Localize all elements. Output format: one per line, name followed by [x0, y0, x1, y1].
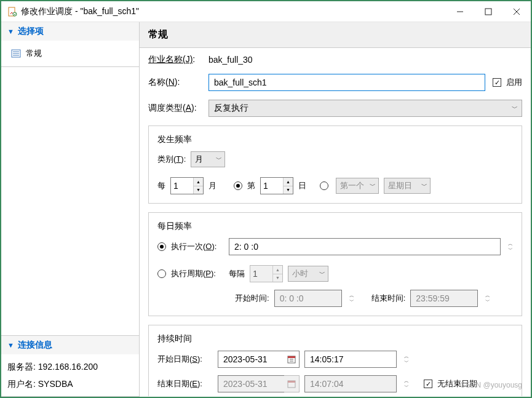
maximize-button[interactable] [474, 2, 502, 22]
chevron-down-icon: ﹀ [216, 155, 222, 164]
spin-up-icon[interactable]: ▲ [284, 178, 293, 186]
daily-once-label: 执行一次(O): [171, 241, 216, 252]
schedule-type-select[interactable]: 反复执行 ﹀ [208, 100, 522, 117]
freq-day-unit: 日 [298, 180, 306, 191]
daily-period-radio[interactable]: 执行周期(P): [157, 268, 224, 279]
radio-icon [320, 181, 328, 190]
enable-checkbox[interactable]: ✓ 启用 [493, 77, 522, 88]
spin-up-icon[interactable]: ︿ [508, 242, 513, 247]
spin-up-icon[interactable]: ︿ [404, 354, 409, 359]
freq-every-label: 每 [157, 180, 165, 191]
spin-up-icon[interactable]: ▲ [194, 178, 203, 186]
spin-down-icon: ﹀ [485, 299, 490, 304]
freq-weekday-value: 星期日 [388, 180, 412, 191]
server-label: 服务器: [7, 362, 36, 372]
connection-user-row: 用户名: SYSDBA [7, 375, 133, 392]
freq-every-spinner[interactable]: ▲▼ [170, 177, 204, 194]
enable-label: 启用 [506, 77, 522, 88]
spin-up-icon: ▲ [273, 266, 282, 274]
daily-every-label: 每隔 [229, 268, 245, 279]
freq-nth-radio[interactable]: 第 [234, 180, 255, 191]
radio-icon [157, 242, 166, 251]
page-title: 常规 [140, 22, 531, 48]
start-date-input[interactable] [218, 351, 284, 368]
freq-ordinal-select[interactable]: 第一个 ﹀ [336, 178, 379, 194]
daily-start-spinner: ︿﹀ [349, 293, 354, 304]
chevron-down-icon: ﹀ [421, 181, 427, 190]
spin-down-icon[interactable]: ▼ [194, 186, 203, 194]
sidebar-section-connection-title: 连接信息 [18, 340, 52, 351]
freq-weekday-radio[interactable] [320, 181, 331, 190]
start-date-picker-button[interactable] [284, 351, 300, 368]
connection-server-row: 服务器: 192.168.16.200 [7, 358, 133, 375]
radio-icon [157, 269, 166, 278]
radio-icon [234, 181, 242, 190]
name-label: 名称(N): [148, 77, 201, 88]
freq-ordinal-value: 第一个 [340, 180, 364, 191]
freq-nth-spinner[interactable]: ▲▼ [260, 177, 293, 194]
sidebar-section-options-title: 选择项 [18, 26, 44, 37]
start-time-spinner[interactable]: ︿﹀ [404, 354, 409, 365]
freq-type-value: 月 [195, 154, 203, 165]
daily-end-input [410, 290, 478, 307]
user-label: 用户名: [7, 379, 36, 389]
spin-down-icon[interactable]: ﹀ [404, 360, 409, 365]
svg-point-1 [13, 12, 17, 16]
spin-down-icon: ▼ [273, 274, 282, 282]
start-time-input[interactable] [304, 351, 397, 368]
calendar-icon [287, 355, 296, 364]
daily-unit-value: 小时 [292, 268, 308, 279]
frequency-fieldset: 发生频率 类别(T): 月 ﹀ 每 ▲▼ 月 [148, 125, 522, 204]
minimize-button[interactable] [446, 2, 474, 22]
name-input[interactable] [208, 74, 485, 91]
window-controls [446, 2, 531, 22]
sidebar-item-general[interactable]: 常规 [1, 44, 139, 63]
sidebar-section-options: ▼ 选择项 常规 [1, 22, 139, 67]
chevron-down-icon: ﹀ [512, 104, 518, 113]
form: 作业名称(J): bak_full_30 名称(N): ✓ 启用 调度类型(A)… [140, 48, 531, 397]
daily-once-input[interactable] [229, 238, 501, 255]
close-button[interactable] [502, 2, 531, 22]
freq-every-input[interactable] [171, 178, 193, 194]
calendar-icon [287, 380, 296, 388]
job-name-row: 作业名称(J): bak_full_30 [148, 54, 522, 65]
sidebar-section-connection: ▼ 连接信息 服务器: 192.168.16.200 用户名: SYSDBA [1, 335, 139, 397]
end-date-input [218, 375, 284, 392]
start-date-label: 开始日期(S): [157, 354, 213, 365]
schedule-type-value: 反复执行 [214, 103, 248, 114]
window-title: 修改作业调度 - "bak_full_sch1" [21, 6, 446, 17]
end-time-spinner: ︿﹀ [404, 379, 409, 389]
freq-type-select[interactable]: 月 ﹀ [191, 151, 225, 167]
chevron-down-icon: ▼ [7, 28, 14, 35]
spin-down-icon: ﹀ [349, 299, 354, 304]
svg-rect-3 [485, 9, 491, 15]
freq-nth-input[interactable] [261, 178, 283, 194]
end-date-label: 结束日期(E): [157, 378, 213, 389]
daily-period-label: 执行周期(P): [171, 268, 216, 279]
daily-fieldset: 每日频率 执行一次(O): ︿﹀ 执行周期(P): [148, 212, 522, 316]
daily-once-radio[interactable]: 执行一次(O): [157, 241, 224, 252]
spin-up-icon: ︿ [485, 293, 490, 298]
daily-start-label: 开始时间: [235, 293, 269, 304]
name-row: 名称(N): ✓ 启用 [148, 74, 522, 91]
svg-rect-11 [288, 356, 295, 358]
end-date-picker-button [284, 375, 300, 392]
user-value: SYSDBA [38, 379, 73, 389]
spin-up-icon: ︿ [349, 293, 354, 298]
spin-down-icon[interactable]: ▼ [284, 186, 293, 194]
spin-up-icon: ︿ [404, 379, 409, 384]
daily-once-spinner[interactable]: ︿﹀ [508, 242, 513, 252]
job-name-label: 作业名称(J): [148, 54, 201, 65]
main-panel: 常规 作业名称(J): bak_full_30 名称(N): ✓ 启用 调度类型… [140, 22, 531, 397]
watermark: CSDN @youyousg [460, 381, 522, 389]
freq-weekday-select[interactable]: 星期日 ﹀ [384, 178, 431, 194]
svg-rect-15 [288, 381, 295, 383]
freq-month-unit: 月 [208, 180, 216, 191]
sidebar-item-label: 常规 [26, 48, 42, 59]
spin-down-icon[interactable]: ﹀ [508, 247, 513, 252]
schedule-type-label: 调度类型(A): [148, 103, 201, 114]
sidebar-section-options-header[interactable]: ▼ 选择项 [1, 22, 139, 41]
chevron-down-icon: ▼ [7, 341, 14, 349]
sidebar-section-connection-header[interactable]: ▼ 连接信息 [1, 336, 139, 354]
end-time-input [304, 375, 397, 392]
